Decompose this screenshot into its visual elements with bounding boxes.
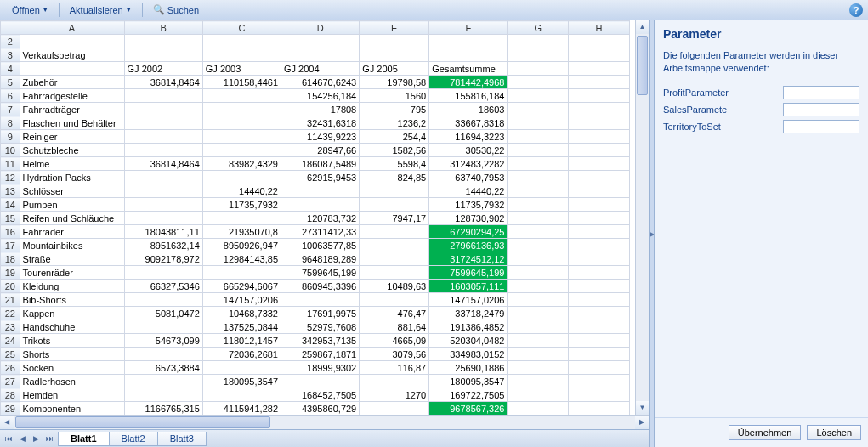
row-header[interactable]: 22 bbox=[1, 307, 20, 320]
cell[interactable] bbox=[124, 375, 202, 388]
cell[interactable] bbox=[124, 293, 202, 307]
cell[interactable]: 476,47 bbox=[360, 307, 429, 320]
cell[interactable]: 5081,0472 bbox=[124, 307, 202, 320]
cell[interactable]: 1270 bbox=[360, 388, 429, 402]
apply-button[interactable]: Übernehmen bbox=[729, 425, 802, 440]
cell[interactable]: 3079,56 bbox=[360, 348, 429, 361]
cell[interactable]: 881,64 bbox=[360, 320, 429, 334]
cell[interactable] bbox=[508, 89, 569, 103]
scroll-thumb[interactable] bbox=[637, 36, 648, 95]
cell[interactable]: 824,85 bbox=[360, 171, 429, 184]
cell[interactable]: 11735,7932 bbox=[429, 198, 508, 212]
cell[interactable]: 180095,3547 bbox=[429, 375, 508, 388]
cell[interactable] bbox=[508, 76, 569, 89]
cell[interactable]: Fahrradgestelle bbox=[20, 89, 124, 103]
row-header[interactable]: 24 bbox=[1, 334, 20, 348]
cell[interactable] bbox=[508, 361, 569, 375]
cell[interactable] bbox=[202, 171, 281, 184]
cell[interactable] bbox=[508, 307, 569, 320]
row-header[interactable]: 21 bbox=[1, 293, 20, 307]
cell[interactable]: 1582,56 bbox=[360, 144, 429, 157]
cell[interactable] bbox=[360, 375, 429, 388]
cell[interactable] bbox=[281, 48, 360, 62]
cell[interactable]: 12984143,85 bbox=[202, 252, 281, 266]
cell[interactable] bbox=[202, 212, 281, 225]
cell[interactable]: GJ 2002 bbox=[124, 62, 202, 76]
cell[interactable]: 781442,4968 bbox=[429, 76, 508, 89]
cell[interactable]: 614670,6243 bbox=[281, 76, 360, 89]
cell[interactable] bbox=[360, 225, 429, 239]
cell[interactable] bbox=[508, 280, 569, 293]
cell[interactable] bbox=[508, 62, 569, 76]
cell[interactable] bbox=[508, 171, 569, 184]
sheet-tab[interactable]: Blatt3 bbox=[157, 432, 207, 446]
cell[interactable]: 30530,22 bbox=[429, 144, 508, 157]
parameter-input[interactable] bbox=[783, 86, 859, 99]
cell[interactable] bbox=[508, 402, 569, 416]
cell[interactable] bbox=[124, 89, 202, 103]
cell[interactable] bbox=[202, 361, 281, 375]
cell[interactable] bbox=[281, 35, 360, 48]
cell[interactable] bbox=[508, 130, 569, 144]
cell[interactable]: Hydration Packs bbox=[20, 171, 124, 184]
cell[interactable]: 28947,66 bbox=[281, 144, 360, 157]
cell[interactable] bbox=[124, 212, 202, 225]
scroll-thumb[interactable] bbox=[15, 416, 270, 428]
scroll-right-arrow[interactable]: ▶ bbox=[635, 416, 649, 429]
cell[interactable]: 21935070,8 bbox=[202, 225, 281, 239]
cell[interactable] bbox=[508, 157, 569, 171]
cell[interactable] bbox=[569, 212, 630, 225]
scroll-down-arrow[interactable]: ▼ bbox=[636, 401, 649, 415]
row-header[interactable]: 8 bbox=[1, 116, 20, 130]
cell[interactable]: 25690,1886 bbox=[429, 361, 508, 375]
cell[interactable]: Reifen und Schläuche bbox=[20, 212, 124, 225]
cell[interactable]: Reiniger bbox=[20, 130, 124, 144]
cell[interactable]: 11439,9223 bbox=[281, 130, 360, 144]
cell[interactable] bbox=[569, 48, 630, 62]
cell[interactable]: 312483,2282 bbox=[429, 157, 508, 171]
cell[interactable]: 342953,7135 bbox=[281, 334, 360, 348]
cell[interactable] bbox=[429, 35, 508, 48]
sheet-tab[interactable]: Blatt2 bbox=[109, 432, 158, 446]
scroll-up-arrow[interactable]: ▲ bbox=[636, 20, 649, 34]
cell[interactable] bbox=[508, 252, 569, 266]
cell[interactable]: 128730,902 bbox=[429, 212, 508, 225]
cell[interactable] bbox=[124, 388, 202, 402]
cell[interactable]: 4665,09 bbox=[360, 334, 429, 348]
cell[interactable]: GJ 2004 bbox=[281, 62, 360, 76]
cell[interactable] bbox=[508, 239, 569, 252]
cell[interactable]: 4395860,729 bbox=[281, 402, 360, 416]
row-header[interactable]: 12 bbox=[1, 171, 20, 184]
cell[interactable] bbox=[569, 388, 630, 402]
cell[interactable] bbox=[569, 280, 630, 293]
cell[interactable] bbox=[202, 35, 281, 48]
cell[interactable]: 17691,9975 bbox=[281, 307, 360, 320]
parameter-input[interactable] bbox=[783, 120, 859, 133]
cell[interactable]: 795 bbox=[360, 103, 429, 116]
cell[interactable] bbox=[202, 116, 281, 130]
cell[interactable] bbox=[569, 307, 630, 320]
cell[interactable]: 520304,0482 bbox=[429, 334, 508, 348]
vertical-scrollbar[interactable]: ▲ ▼ bbox=[635, 20, 649, 415]
cell[interactable] bbox=[508, 266, 569, 280]
cell[interactable]: 19798,58 bbox=[360, 76, 429, 89]
cell[interactable] bbox=[508, 212, 569, 225]
cell[interactable]: 860945,3396 bbox=[281, 280, 360, 293]
cell[interactable] bbox=[569, 130, 630, 144]
cell[interactable] bbox=[124, 144, 202, 157]
cell[interactable]: GJ 2003 bbox=[202, 62, 281, 76]
row-header[interactable]: 10 bbox=[1, 144, 20, 157]
cell[interactable] bbox=[124, 320, 202, 334]
cell[interactable]: 9678567,326 bbox=[429, 402, 508, 416]
cell[interactable]: Shorts bbox=[20, 348, 124, 361]
cell[interactable]: 10063577,85 bbox=[281, 239, 360, 252]
row-header[interactable]: 16 bbox=[1, 225, 20, 239]
tab-next-icon[interactable]: ▶ bbox=[29, 432, 43, 445]
cell[interactable]: 62915,9453 bbox=[281, 171, 360, 184]
row-header[interactable]: 6 bbox=[1, 89, 20, 103]
cell[interactable]: 120783,732 bbox=[281, 212, 360, 225]
cell[interactable]: 5598,4 bbox=[360, 157, 429, 171]
cell[interactable]: 27966136,93 bbox=[429, 239, 508, 252]
cell[interactable] bbox=[20, 62, 124, 76]
row-header[interactable]: 19 bbox=[1, 266, 20, 280]
